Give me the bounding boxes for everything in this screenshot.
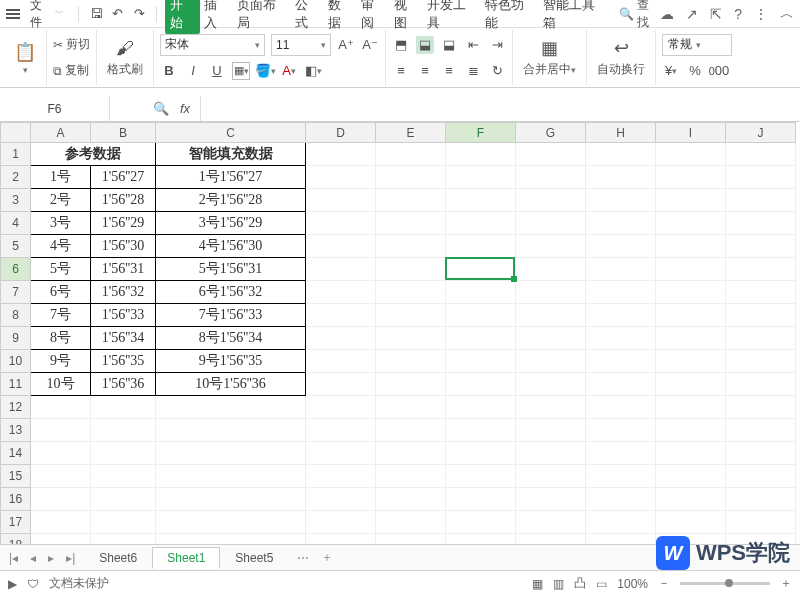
cell-B14[interactable] xyxy=(91,442,156,465)
cell-F14[interactable] xyxy=(446,442,516,465)
row-header-12[interactable]: 12 xyxy=(1,396,31,419)
formula-input[interactable] xyxy=(200,96,800,121)
cell-J17[interactable] xyxy=(726,511,796,534)
cell-E14[interactable] xyxy=(376,442,446,465)
cell-H13[interactable] xyxy=(586,419,656,442)
row-header-4[interactable]: 4 xyxy=(1,212,31,235)
cell-G1[interactable] xyxy=(516,143,586,166)
cell-G2[interactable] xyxy=(516,166,586,189)
cell-J3[interactable] xyxy=(726,189,796,212)
merge-center-button[interactable]: ▦ 合并居中▾ xyxy=(519,35,580,80)
cell-C4[interactable]: 3号1'56''29 xyxy=(156,212,306,235)
align-bottom-icon[interactable]: ⬓ xyxy=(440,36,458,54)
col-header-B[interactable]: B xyxy=(91,123,156,143)
cell-B5[interactable]: 1'56''30 xyxy=(91,235,156,258)
cell-I14[interactable] xyxy=(656,442,726,465)
cell-D2[interactable] xyxy=(306,166,376,189)
cell-F15[interactable] xyxy=(446,465,516,488)
cell-D8[interactable] xyxy=(306,304,376,327)
cell-F16[interactable] xyxy=(446,488,516,511)
cell-C10[interactable]: 9号1'56''35 xyxy=(156,350,306,373)
cell-G17[interactable] xyxy=(516,511,586,534)
cell-C14[interactable] xyxy=(156,442,306,465)
cell-D4[interactable] xyxy=(306,212,376,235)
cell-G18[interactable] xyxy=(516,534,586,545)
cell-C12[interactable] xyxy=(156,396,306,419)
cell-A7[interactable]: 6号 xyxy=(31,281,91,304)
cell-D12[interactable] xyxy=(306,396,376,419)
font-color-button[interactable]: A▾ xyxy=(280,62,298,80)
undo-icon[interactable]: ↶ xyxy=(109,5,126,23)
cell-C17[interactable] xyxy=(156,511,306,534)
header-ref-data[interactable]: 参考数据 xyxy=(31,143,156,166)
border-button[interactable]: ▦▾ xyxy=(232,62,250,80)
cell-H2[interactable] xyxy=(586,166,656,189)
cell-J9[interactable] xyxy=(726,327,796,350)
col-header-C[interactable]: C xyxy=(156,123,306,143)
cell-H16[interactable] xyxy=(586,488,656,511)
row-header-7[interactable]: 7 xyxy=(1,281,31,304)
cell-B17[interactable] xyxy=(91,511,156,534)
cell-A16[interactable] xyxy=(31,488,91,511)
cell-A9[interactable]: 8号 xyxy=(31,327,91,350)
cell-E12[interactable] xyxy=(376,396,446,419)
cell-I4[interactable] xyxy=(656,212,726,235)
font-size-select[interactable]: 11▾ xyxy=(271,34,331,56)
row-header-18[interactable]: 18 xyxy=(1,534,31,545)
cell-C2[interactable]: 1号1'56''27 xyxy=(156,166,306,189)
export-icon[interactable]: ⇱ xyxy=(710,6,722,22)
cell-H5[interactable] xyxy=(586,235,656,258)
cell-E10[interactable] xyxy=(376,350,446,373)
cell-J8[interactable] xyxy=(726,304,796,327)
col-header-H[interactable]: H xyxy=(586,123,656,143)
insert-function-icon[interactable]: 🔍 xyxy=(152,100,170,118)
number-format-select[interactable]: 常规▾ xyxy=(662,34,732,56)
cell-G13[interactable] xyxy=(516,419,586,442)
col-header-D[interactable]: D xyxy=(306,123,376,143)
cell-G14[interactable] xyxy=(516,442,586,465)
col-header-G[interactable]: G xyxy=(516,123,586,143)
cell-E2[interactable] xyxy=(376,166,446,189)
cell-C7[interactable]: 6号1'56''32 xyxy=(156,281,306,304)
view-break-icon[interactable]: 凸 xyxy=(574,575,586,592)
cell-E4[interactable] xyxy=(376,212,446,235)
cell-H8[interactable] xyxy=(586,304,656,327)
cell-B4[interactable]: 1'56''29 xyxy=(91,212,156,235)
cell-J15[interactable] xyxy=(726,465,796,488)
cell-B18[interactable] xyxy=(91,534,156,545)
cell-C11[interactable]: 10号1'56''36 xyxy=(156,373,306,396)
cell-F3[interactable] xyxy=(446,189,516,212)
col-header-J[interactable]: J xyxy=(726,123,796,143)
save-icon[interactable]: 🖫 xyxy=(87,5,104,23)
cell-H12[interactable] xyxy=(586,396,656,419)
cell-H10[interactable] xyxy=(586,350,656,373)
cell-H3[interactable] xyxy=(586,189,656,212)
reading-mode-icon[interactable]: ▭ xyxy=(596,577,607,591)
sheet-tab-Sheet6[interactable]: Sheet6 xyxy=(84,547,152,569)
align-middle-icon[interactable]: ⬓ xyxy=(416,36,434,54)
row-header-9[interactable]: 9 xyxy=(1,327,31,350)
cell-C16[interactable] xyxy=(156,488,306,511)
share-icon[interactable]: ↗ xyxy=(686,6,698,22)
row-header-2[interactable]: 2 xyxy=(1,166,31,189)
align-left-icon[interactable]: ≡ xyxy=(392,62,410,80)
cell-I13[interactable] xyxy=(656,419,726,442)
row-header-6[interactable]: 6 xyxy=(1,258,31,281)
cell-F12[interactable] xyxy=(446,396,516,419)
cell-D18[interactable] xyxy=(306,534,376,545)
cell-B11[interactable]: 1'56''36 xyxy=(91,373,156,396)
ribbon-tab-0[interactable]: 开始 xyxy=(165,0,200,34)
cell-E13[interactable] xyxy=(376,419,446,442)
align-center-icon[interactable]: ≡ xyxy=(416,62,434,80)
spreadsheet-grid[interactable]: ABCDEFGHIJ1参考数据智能填充数据21号1'56''271号1'56''… xyxy=(0,122,800,544)
cloud-sync-icon[interactable]: ☁ xyxy=(660,6,674,22)
view-page-icon[interactable]: ▥ xyxy=(553,577,564,591)
decrease-indent-icon[interactable]: ⇤ xyxy=(464,36,482,54)
format-painter-button[interactable]: 🖌 格式刷 xyxy=(103,36,147,80)
cell-E17[interactable] xyxy=(376,511,446,534)
cell-H15[interactable] xyxy=(586,465,656,488)
cell-C9[interactable]: 8号1'56''34 xyxy=(156,327,306,350)
col-header-E[interactable]: E xyxy=(376,123,446,143)
first-sheet-icon[interactable]: |◂ xyxy=(6,551,21,565)
cell-D9[interactable] xyxy=(306,327,376,350)
